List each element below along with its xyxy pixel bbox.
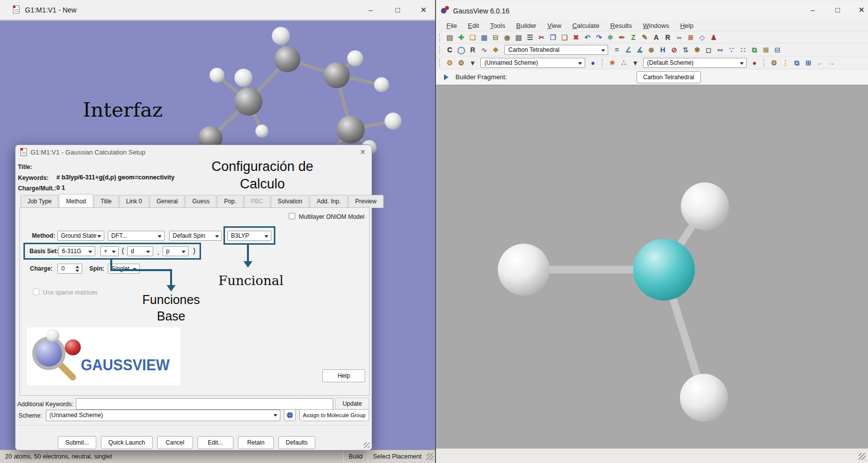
menu-windows[interactable]: Windows bbox=[638, 21, 675, 30]
cascade-windows-icon[interactable]: ⧉ bbox=[792, 58, 802, 68]
stack-view-icon[interactable]: ⊟ bbox=[772, 45, 783, 55]
tile-windows-icon[interactable]: ⊞ bbox=[803, 58, 814, 68]
tab-preview[interactable]: Preview bbox=[348, 195, 384, 208]
tab-link-0[interactable]: Link 0 bbox=[119, 195, 149, 208]
ring-fragment-icon[interactable]: ◯ bbox=[456, 45, 466, 55]
back-icon[interactable]: ← bbox=[815, 58, 825, 68]
molecule-3d-ch4[interactable] bbox=[436, 85, 868, 449]
save-file-icon[interactable]: ▦ bbox=[479, 32, 489, 42]
toolbar-grip[interactable] bbox=[439, 33, 441, 41]
new-molecule-icon[interactable]: ▤ bbox=[444, 32, 455, 42]
tab-general[interactable]: General bbox=[150, 195, 185, 208]
delete-icon[interactable]: ✖ bbox=[571, 32, 581, 42]
modify-bond-icon[interactable]: = bbox=[612, 45, 622, 55]
builder-fragment-value[interactable]: Carbon Tetrahedral bbox=[637, 71, 701, 83]
resize-grip[interactable] bbox=[859, 453, 866, 460]
semaphore-icon[interactable]: ⋮ bbox=[780, 58, 791, 68]
dialog-button-edit[interactable]: Edit... bbox=[198, 436, 233, 449]
delete-atom-icon[interactable]: ⊘ bbox=[669, 45, 679, 55]
add-view-icon[interactable]: ⧉ bbox=[749, 45, 760, 55]
method-state-combo[interactable]: Ground State bbox=[57, 231, 104, 241]
link-icon[interactable]: ∞ bbox=[674, 32, 684, 42]
recenter-icon[interactable]: ∷ bbox=[738, 45, 748, 55]
export-image-icon[interactable]: ▧ bbox=[513, 32, 524, 42]
close-button[interactable]: ✕ bbox=[415, 3, 432, 17]
select-rect-icon[interactable]: ◻ bbox=[703, 45, 714, 55]
toolbar-grip[interactable] bbox=[602, 59, 604, 67]
menu-builder[interactable]: Builder bbox=[511, 21, 542, 30]
expander-arrow-icon[interactable] bbox=[444, 74, 448, 80]
resize-grip[interactable] bbox=[427, 453, 434, 460]
calc-setup-gear-icon[interactable]: ⚙ bbox=[444, 58, 455, 68]
scheme-combo[interactable]: (Unnamed Scheme) bbox=[46, 410, 280, 421]
rgroup-fragment-icon[interactable]: R bbox=[467, 45, 478, 55]
sketch-icon[interactable]: ✎ bbox=[640, 32, 650, 42]
redo-icon[interactable]: ↷ bbox=[594, 32, 604, 42]
scheme-caret-icon[interactable]: ▾ bbox=[467, 58, 478, 68]
modify-angle-icon[interactable]: ∠ bbox=[623, 45, 634, 55]
menu-calculate[interactable]: Calculate bbox=[567, 21, 605, 30]
item-list-icon[interactable]: ☰ bbox=[525, 32, 535, 42]
display-scheme-icon[interactable]: ∴ bbox=[619, 58, 629, 68]
tab-job-type[interactable]: Job Type bbox=[20, 195, 58, 208]
help-button[interactable]: Help bbox=[322, 369, 365, 382]
tab-title[interactable]: Title bbox=[94, 195, 119, 208]
atom-c[interactable] bbox=[337, 116, 365, 144]
additional-keywords-input[interactable] bbox=[76, 398, 333, 410]
modify-charge-icon[interactable]: ⊕ bbox=[646, 45, 656, 55]
atom-h[interactable] bbox=[234, 69, 252, 87]
dialog-button-retain[interactable]: Retain bbox=[238, 436, 274, 449]
dialog-button-cancel[interactable]: Cancel bbox=[157, 436, 193, 449]
toolbar-grip[interactable] bbox=[439, 59, 441, 67]
capture-image-icon[interactable]: ◉ bbox=[502, 32, 512, 42]
center-view-icon[interactable]: ∵ bbox=[726, 45, 737, 55]
custom-fragment-icon[interactable]: ❖ bbox=[490, 45, 501, 55]
atom-h[interactable] bbox=[255, 125, 268, 138]
menu-results[interactable]: Results bbox=[605, 21, 637, 30]
submit-globe-icon[interactable]: ● bbox=[588, 58, 598, 68]
fragment-combo[interactable]: Carbon Tetrahedral bbox=[504, 45, 608, 55]
atom-h[interactable] bbox=[374, 77, 389, 92]
symmetrize-icon[interactable]: Z bbox=[628, 32, 639, 42]
preferences-gear-icon[interactable]: ⚙ bbox=[769, 58, 779, 68]
label-a-icon[interactable]: A bbox=[651, 32, 661, 42]
biofragment-icon[interactable]: ∿ bbox=[479, 45, 489, 55]
polyhedron-icon[interactable]: ◇ bbox=[697, 32, 707, 42]
atom-h[interactable] bbox=[272, 27, 290, 45]
select-lasso-icon[interactable]: ∾ bbox=[715, 45, 725, 55]
method-spin-combo[interactable]: Default Spin bbox=[169, 231, 222, 241]
tab-method[interactable]: Method bbox=[59, 194, 93, 208]
charge-stepper[interactable]: 0 bbox=[57, 264, 82, 274]
toolbar-grip[interactable] bbox=[439, 46, 441, 54]
display-layers-icon[interactable]: ☀ bbox=[607, 58, 618, 68]
dialog-button-submit[interactable]: Submit... bbox=[58, 436, 96, 449]
atom-c[interactable] bbox=[234, 88, 262, 116]
atom-h[interactable] bbox=[680, 374, 728, 422]
maximize-button[interactable]: □ bbox=[829, 3, 846, 17]
assign-molecule-group-button[interactable]: Assign to Molecule Group bbox=[299, 409, 369, 421]
paste-icon[interactable]: ❑ bbox=[559, 32, 570, 42]
menu-file[interactable]: File bbox=[441, 21, 462, 30]
modify-dihedral-icon[interactable]: ∡ bbox=[635, 45, 645, 55]
invert-structure-icon[interactable]: ⇅ bbox=[680, 45, 691, 55]
dialog-resize-grip[interactable] bbox=[364, 442, 370, 448]
unnamed-scheme-combo[interactable]: (Unnamed Scheme) bbox=[480, 58, 585, 68]
label-r-icon[interactable]: R bbox=[662, 32, 673, 42]
open-file-icon[interactable]: ❏ bbox=[467, 32, 478, 42]
layers-icon[interactable]: ≣ bbox=[685, 32, 696, 42]
maximize-button[interactable]: □ bbox=[389, 3, 406, 17]
sparse-checkbox[interactable] bbox=[33, 289, 39, 296]
tab-guess[interactable]: Guess bbox=[185, 195, 217, 208]
dialog-button-quick-launch[interactable]: Quick Launch bbox=[101, 436, 152, 449]
atom-h[interactable] bbox=[385, 113, 402, 130]
atom-h[interactable] bbox=[210, 68, 224, 83]
stepper-arrows-icon[interactable] bbox=[75, 265, 81, 273]
undo-icon[interactable]: ↶ bbox=[582, 32, 593, 42]
atom-c[interactable] bbox=[324, 62, 350, 88]
tab-pbc[interactable]: PBC bbox=[244, 195, 270, 208]
spectrum-icon[interactable]: ♟ bbox=[708, 32, 719, 42]
scheme-globe-button[interactable] bbox=[284, 409, 296, 421]
menu-tools[interactable]: Tools bbox=[484, 21, 510, 30]
tab-pop[interactable]: Pop. bbox=[217, 195, 243, 208]
viewport-3d[interactable] bbox=[436, 85, 868, 449]
